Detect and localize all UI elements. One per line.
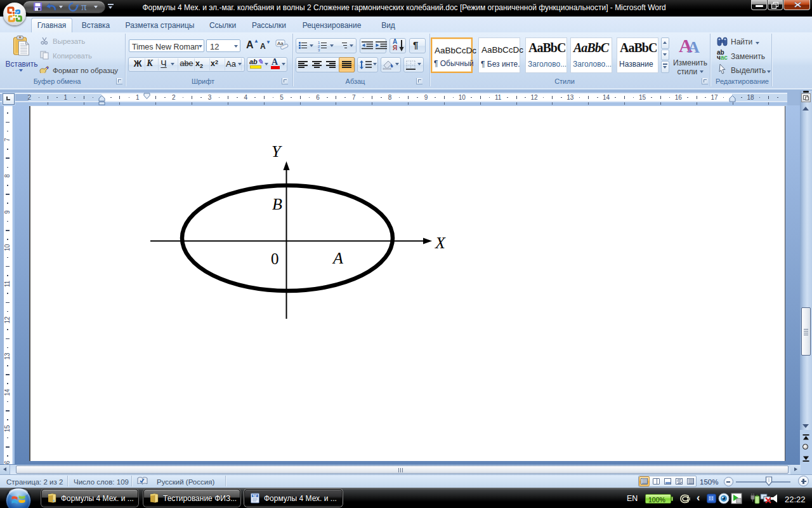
svg-text:0: 0 [271, 250, 279, 267]
svg-text:A: A [332, 249, 343, 267]
svg-text:W: W [252, 493, 257, 498]
svg-text:Y: Y [272, 142, 282, 161]
svg-text:B: B [272, 195, 282, 213]
svg-text:X: X [435, 234, 446, 252]
